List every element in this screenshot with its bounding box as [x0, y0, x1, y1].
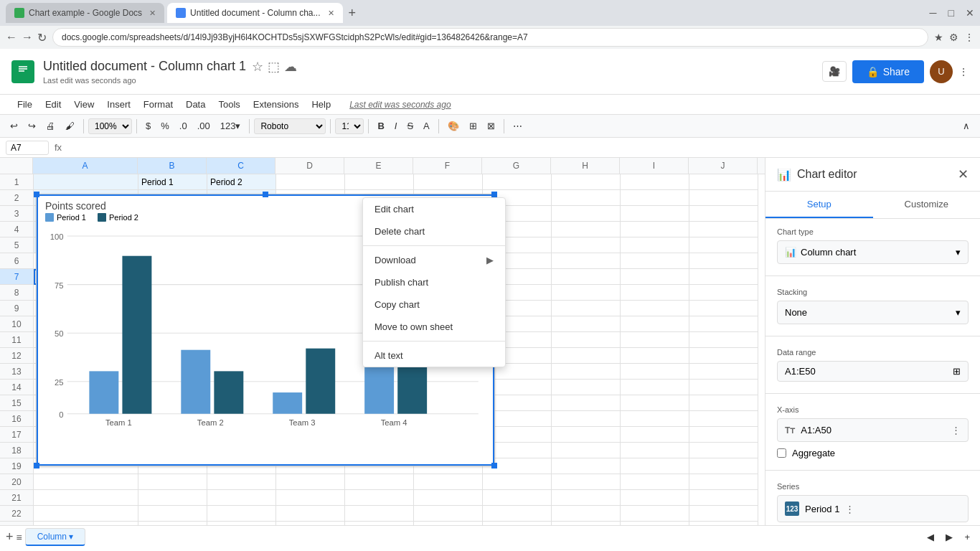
more-button[interactable]: ⋮ [958, 66, 969, 77]
row-header-23[interactable]: 23 [0, 522, 33, 525]
close-button[interactable]: ✕ [966, 7, 974, 19]
row-header-16[interactable]: 16 [0, 411, 33, 427]
cell-i13[interactable] [621, 364, 689, 380]
resize-handle-bl[interactable] [34, 463, 39, 468]
row-header-11[interactable]: 11 [0, 332, 33, 348]
new-tab-button[interactable]: + [346, 6, 359, 21]
cell-c21[interactable] [207, 490, 276, 506]
row-header-7[interactable]: 7 [0, 269, 33, 285]
tab-chart-example[interactable]: Chart example - Google Docs ✕ [6, 3, 164, 23]
cell-e23[interactable] [345, 522, 414, 525]
cell-f23[interactable] [414, 522, 483, 525]
cell-i7[interactable] [621, 269, 689, 285]
maximize-button[interactable]: □ [948, 7, 954, 19]
cell-i2[interactable] [621, 190, 689, 206]
paint-format-button[interactable]: 🖌 [61, 118, 79, 134]
row-header-22[interactable]: 22 [0, 506, 33, 522]
cell-g23[interactable] [483, 522, 552, 525]
x-axis-more-button[interactable]: ⋮ [951, 425, 961, 435]
cell-f21[interactable] [414, 490, 483, 506]
cell-h1[interactable] [552, 174, 621, 190]
col-header-e[interactable]: E [344, 158, 413, 174]
cell-b1[interactable]: Period 1 [138, 174, 207, 190]
cell-j14[interactable] [689, 380, 758, 395]
cell-e21[interactable] [345, 490, 414, 506]
format-number-button[interactable]: 123▾ [216, 118, 245, 134]
cell-h10[interactable] [552, 316, 621, 332]
cell-f20[interactable] [414, 474, 483, 490]
bookmark-button[interactable]: ★ [934, 32, 943, 43]
cell-i14[interactable] [621, 380, 689, 395]
ctx-edit-chart[interactable]: Edit chart [363, 198, 505, 220]
cell-reference-input[interactable] [6, 141, 49, 155]
cell-h22[interactable] [552, 506, 621, 522]
row-header-12[interactable]: 12 [0, 348, 33, 364]
font-size-select[interactable]: 11 [335, 118, 364, 134]
col-header-g[interactable]: G [482, 158, 551, 174]
cell-i16[interactable] [621, 411, 689, 427]
cell-j3[interactable] [689, 206, 758, 222]
cell-j12[interactable] [689, 348, 758, 364]
cell-d22[interactable] [276, 506, 345, 522]
url-bar[interactable]: docs.google.com/spreadsheets/d/14l9Jj93B… [52, 28, 928, 47]
row-header-6[interactable]: 6 [0, 253, 33, 269]
cell-a22[interactable] [34, 506, 138, 522]
cell-d20[interactable] [276, 474, 345, 490]
series1-more-button[interactable]: ⋮ [845, 504, 854, 514]
prev-sheet-button[interactable]: ◀ [923, 529, 938, 545]
italic-button[interactable]: I [390, 118, 402, 134]
sheet-list-button[interactable]: ≡ [17, 532, 22, 543]
cell-a23[interactable] [34, 522, 138, 525]
strikethrough-button[interactable]: S [402, 118, 418, 134]
text-color-button[interactable]: A [419, 118, 434, 134]
row-header-4[interactable]: 4 [0, 222, 33, 237]
cell-i15[interactable] [621, 395, 689, 411]
cell-h18[interactable] [552, 443, 621, 458]
row-header-9[interactable]: 9 [0, 301, 33, 316]
cell-h15[interactable] [552, 395, 621, 411]
cell-j4[interactable] [689, 222, 758, 237]
menu-button[interactable]: ⋮ [964, 32, 974, 43]
undo-button[interactable]: ↩ [6, 118, 22, 134]
cell-b21[interactable] [138, 490, 207, 506]
cell-h20[interactable] [552, 474, 621, 490]
bold-button[interactable]: B [373, 118, 388, 134]
cell-i23[interactable] [621, 522, 689, 525]
col-header-f[interactable]: F [413, 158, 482, 174]
cell-h19[interactable] [552, 458, 621, 474]
cell-h14[interactable] [552, 380, 621, 395]
menu-edit[interactable]: Edit [39, 96, 67, 113]
cell-b22[interactable] [138, 506, 207, 522]
ctx-delete-chart[interactable]: Delete chart [363, 220, 505, 242]
star-icon[interactable]: ☆ [252, 59, 263, 75]
meet-button[interactable]: 🎥 [822, 61, 847, 82]
cell-h23[interactable] [552, 522, 621, 525]
zoom-select[interactable]: 100% [88, 118, 132, 134]
tab-close-active-btn[interactable]: ✕ [328, 9, 334, 18]
aggregate-checkbox[interactable] [777, 448, 786, 458]
col-header-b[interactable]: B [138, 158, 207, 174]
tab-setup[interactable]: Setup [765, 192, 873, 218]
cell-j22[interactable] [689, 506, 758, 522]
row-header-13[interactable]: 13 [0, 364, 33, 380]
cell-i18[interactable] [621, 443, 689, 458]
col-header-h[interactable]: H [551, 158, 620, 174]
cell-d1[interactable] [276, 174, 345, 190]
cell-j11[interactable] [689, 332, 758, 348]
cell-c20[interactable] [207, 474, 276, 490]
cell-j17[interactable] [689, 427, 758, 443]
cell-j5[interactable] [689, 237, 758, 253]
cell-h17[interactable] [552, 427, 621, 443]
cell-e1[interactable] [345, 174, 414, 190]
cell-b23[interactable] [138, 522, 207, 525]
menu-data[interactable]: Data [180, 96, 211, 113]
cell-j2[interactable] [689, 190, 758, 206]
row-header-2[interactable]: 2 [0, 190, 33, 206]
back-button[interactable]: ← [6, 31, 17, 44]
cloud-icon[interactable]: ☁ [284, 59, 297, 75]
cell-i19[interactable] [621, 458, 689, 474]
increase-decimal-button[interactable]: .00 [193, 118, 215, 134]
cell-h9[interactable] [552, 301, 621, 316]
cell-j23[interactable] [689, 522, 758, 525]
cell-h5[interactable] [552, 237, 621, 253]
